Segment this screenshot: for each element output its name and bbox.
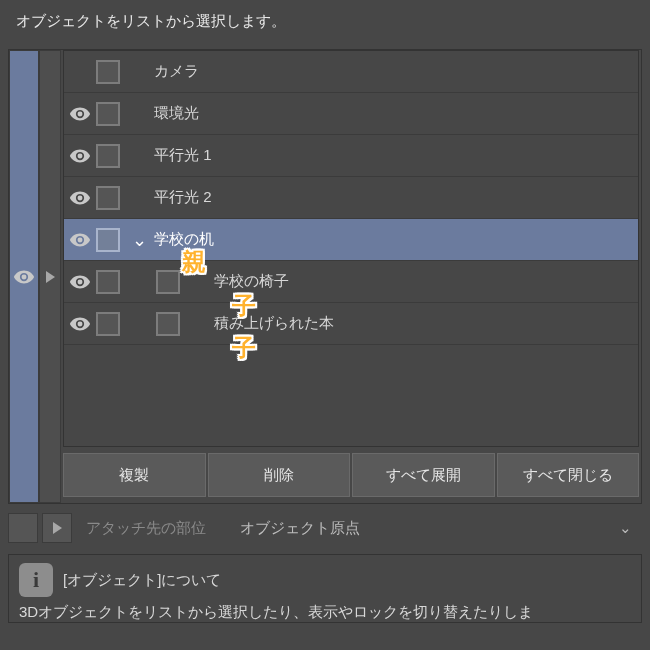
row-label: 環境光 [150,104,632,123]
eye-icon [69,103,91,125]
expand-all-button[interactable]: すべて展開 [352,453,495,497]
visibility-toggle[interactable] [64,313,96,335]
object-tree: カメラ環境光平行光 1平行光 2⌄学校の机学校の椅子積み上げられた本 [63,50,639,447]
info-body: 3Dオブジェクトをリストから選択したり、表示やロックを切り替えたりしま [19,603,631,622]
visibility-toggle[interactable] [64,229,96,251]
eye-icon [69,145,91,167]
select-checkbox[interactable] [96,186,120,210]
select-checkbox[interactable] [96,102,120,126]
select-checkbox[interactable] [96,60,120,84]
visibility-column[interactable] [9,50,39,503]
visibility-toggle[interactable] [64,187,96,209]
row-label: カメラ [150,62,632,81]
tree-row[interactable]: カメラ [64,51,638,93]
row-label: 平行光 2 [150,188,632,207]
eye-icon [69,313,91,335]
eye-icon [69,271,91,293]
play-icon [53,522,62,534]
delete-button[interactable]: 削除 [208,453,351,497]
chevron-down-icon: ⌄ [619,519,632,537]
attach-value-dropdown[interactable]: オブジェクト原点 [240,519,615,538]
play-icon [46,271,55,283]
eye-icon [13,266,35,288]
info-panel: i [オブジェクト]について 3Dオブジェクトをリストから選択したり、表示やロッ… [8,554,642,623]
child-checkbox[interactable] [156,312,180,336]
tree-row[interactable]: 平行光 1 [64,135,638,177]
object-hierarchy-section: カメラ環境光平行光 1平行光 2⌄学校の机学校の椅子積み上げられた本 複製 削除… [8,49,642,504]
tree-row[interactable]: 平行光 2 [64,177,638,219]
info-icon: i [19,563,53,597]
row-label: 学校の机 [150,230,632,249]
visibility-toggle[interactable] [64,271,96,293]
tree-row[interactable]: 学校の椅子 [64,261,638,303]
row-label: 学校の椅子 [210,272,632,291]
select-checkbox[interactable] [96,144,120,168]
attach-play-button[interactable] [42,513,72,543]
tree-row[interactable]: 積み上げられた本 [64,303,638,345]
collapse-toggle[interactable]: ⌄ [128,229,150,251]
info-heading: [オブジェクト]について [63,571,221,590]
tree-row[interactable]: ⌄学校の机 [64,219,638,261]
child-checkbox[interactable] [156,270,180,294]
select-checkbox[interactable] [96,312,120,336]
tree-toolbar: 複製 削除 すべて展開 すべて閉じる [63,453,639,497]
attach-row: アタッチ先の部位 オブジェクト原点 ⌄ [8,508,642,548]
eye-icon [69,187,91,209]
row-label: 平行光 1 [150,146,632,165]
panel-title: オブジェクトをリストから選択します。 [0,0,650,49]
expand-column[interactable] [39,50,61,503]
attach-label: アタッチ先の部位 [86,519,206,538]
select-checkbox[interactable] [96,228,120,252]
duplicate-button[interactable]: 複製 [63,453,206,497]
select-checkbox[interactable] [96,270,120,294]
eye-icon [69,229,91,251]
attach-slot[interactable] [8,513,38,543]
collapse-all-button[interactable]: すべて閉じる [497,453,640,497]
row-label: 積み上げられた本 [210,314,632,333]
tree-row[interactable]: 環境光 [64,93,638,135]
visibility-toggle[interactable] [64,103,96,125]
visibility-toggle[interactable] [64,145,96,167]
